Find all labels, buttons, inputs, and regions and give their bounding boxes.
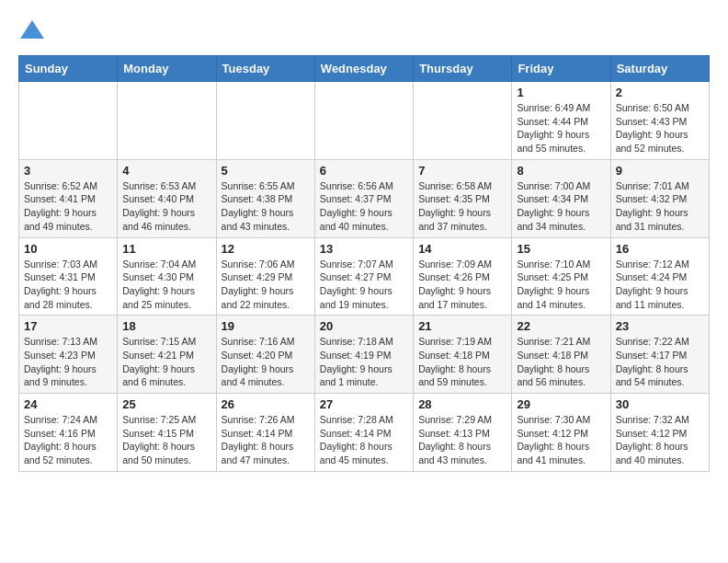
calendar-cell: 29Sunrise: 7:30 AM Sunset: 4:12 PM Dayli… — [512, 394, 610, 472]
weekday-header-tuesday: Tuesday — [216, 56, 314, 82]
day-info: Sunrise: 7:10 AM Sunset: 4:25 PM Dayligh… — [517, 258, 605, 312]
calendar-cell — [414, 82, 512, 160]
day-number: 5 — [222, 164, 310, 178]
day-info: Sunrise: 6:55 AM Sunset: 4:38 PM Dayligh… — [222, 179, 310, 234]
day-number: 16 — [616, 242, 704, 256]
calendar-cell: 10Sunrise: 7:03 AM Sunset: 4:31 PM Dayli… — [19, 237, 118, 316]
day-number: 11 — [122, 242, 210, 256]
day-number: 26 — [222, 397, 310, 411]
day-number: 30 — [616, 397, 704, 411]
calendar-cell: 26Sunrise: 7:26 AM Sunset: 4:14 PM Dayli… — [216, 394, 314, 472]
day-info: Sunrise: 7:24 AM Sunset: 4:16 PM Dayligh… — [24, 413, 112, 467]
day-info: Sunrise: 6:50 AM Sunset: 4:43 PM Dayligh… — [616, 101, 704, 155]
day-info: Sunrise: 7:18 AM Sunset: 4:19 PM Dayligh… — [320, 335, 408, 389]
calendar-cell: 25Sunrise: 7:25 AM Sunset: 4:15 PM Dayli… — [118, 394, 216, 472]
calendar-cell: 13Sunrise: 7:07 AM Sunset: 4:27 PM Dayli… — [314, 237, 413, 316]
calendar-week-3: 10Sunrise: 7:03 AM Sunset: 4:31 PM Dayli… — [19, 237, 710, 316]
calendar-cell: 3Sunrise: 6:52 AM Sunset: 4:41 PM Daylig… — [19, 159, 118, 237]
day-number: 1 — [517, 86, 605, 99]
day-number: 14 — [418, 242, 506, 256]
weekday-header-friday: Friday — [512, 56, 610, 82]
calendar-cell: 21Sunrise: 7:19 AM Sunset: 4:18 PM Dayli… — [414, 316, 512, 394]
calendar-cell: 17Sunrise: 7:13 AM Sunset: 4:23 PM Dayli… — [19, 316, 118, 394]
day-info: Sunrise: 7:06 AM Sunset: 4:29 PM Dayligh… — [222, 258, 310, 312]
day-number: 7 — [418, 164, 506, 178]
day-info: Sunrise: 6:49 AM Sunset: 4:44 PM Dayligh… — [517, 101, 605, 155]
calendar-cell: 18Sunrise: 7:15 AM Sunset: 4:21 PM Dayli… — [118, 316, 216, 394]
weekday-header-monday: Monday — [118, 56, 216, 82]
day-info: Sunrise: 6:53 AM Sunset: 4:40 PM Dayligh… — [122, 179, 210, 234]
day-info: Sunrise: 7:32 AM Sunset: 4:12 PM Dayligh… — [616, 413, 704, 467]
calendar-cell: 12Sunrise: 7:06 AM Sunset: 4:29 PM Dayli… — [216, 237, 314, 316]
calendar-cell: 8Sunrise: 7:00 AM Sunset: 4:34 PM Daylig… — [512, 159, 610, 237]
day-info: Sunrise: 7:09 AM Sunset: 4:26 PM Dayligh… — [418, 258, 506, 312]
day-info: Sunrise: 7:12 AM Sunset: 4:24 PM Dayligh… — [616, 258, 704, 312]
day-info: Sunrise: 7:16 AM Sunset: 4:20 PM Dayligh… — [222, 335, 310, 389]
day-number: 4 — [122, 164, 210, 178]
calendar-week-5: 24Sunrise: 7:24 AM Sunset: 4:16 PM Dayli… — [19, 394, 710, 472]
day-info: Sunrise: 7:25 AM Sunset: 4:15 PM Dayligh… — [122, 413, 210, 467]
day-info: Sunrise: 7:29 AM Sunset: 4:13 PM Dayligh… — [418, 413, 506, 467]
day-number: 28 — [418, 397, 506, 411]
day-number: 19 — [222, 319, 310, 333]
calendar-cell — [314, 82, 413, 160]
day-number: 15 — [517, 242, 605, 256]
calendar-cell: 7Sunrise: 6:58 AM Sunset: 4:35 PM Daylig… — [414, 159, 512, 237]
day-info: Sunrise: 7:26 AM Sunset: 4:14 PM Dayligh… — [222, 413, 310, 467]
day-number: 27 — [320, 397, 408, 411]
day-number: 2 — [616, 86, 704, 99]
day-info: Sunrise: 7:22 AM Sunset: 4:17 PM Dayligh… — [616, 335, 704, 389]
calendar-cell: 20Sunrise: 7:18 AM Sunset: 4:19 PM Dayli… — [314, 316, 413, 394]
day-info: Sunrise: 7:15 AM Sunset: 4:21 PM Dayligh… — [122, 335, 210, 389]
calendar-week-4: 17Sunrise: 7:13 AM Sunset: 4:23 PM Dayli… — [19, 316, 710, 394]
header — [18, 18, 710, 46]
day-info: Sunrise: 7:07 AM Sunset: 4:27 PM Dayligh… — [320, 258, 408, 312]
svg-rect-1 — [29, 31, 35, 39]
calendar-cell — [216, 82, 314, 160]
calendar-cell: 1Sunrise: 6:49 AM Sunset: 4:44 PM Daylig… — [512, 82, 610, 160]
day-number: 12 — [222, 242, 310, 256]
calendar-cell: 24Sunrise: 7:24 AM Sunset: 4:16 PM Dayli… — [19, 394, 118, 472]
day-number: 23 — [616, 319, 704, 333]
day-info: Sunrise: 7:30 AM Sunset: 4:12 PM Dayligh… — [517, 413, 605, 467]
logo — [18, 18, 50, 46]
day-info: Sunrise: 7:04 AM Sunset: 4:30 PM Dayligh… — [122, 258, 210, 312]
weekday-header-sunday: Sunday — [19, 56, 118, 82]
calendar-week-1: 1Sunrise: 6:49 AM Sunset: 4:44 PM Daylig… — [19, 82, 710, 160]
calendar-cell: 6Sunrise: 6:56 AM Sunset: 4:37 PM Daylig… — [314, 159, 413, 237]
day-number: 13 — [320, 242, 408, 256]
calendar-cell: 15Sunrise: 7:10 AM Sunset: 4:25 PM Dayli… — [512, 237, 610, 316]
calendar-cell: 30Sunrise: 7:32 AM Sunset: 4:12 PM Dayli… — [610, 394, 709, 472]
calendar-cell: 11Sunrise: 7:04 AM Sunset: 4:30 PM Dayli… — [118, 237, 216, 316]
day-number: 8 — [517, 164, 605, 178]
logo-icon — [18, 18, 46, 46]
day-info: Sunrise: 7:01 AM Sunset: 4:32 PM Dayligh… — [616, 179, 704, 234]
day-info: Sunrise: 7:28 AM Sunset: 4:14 PM Dayligh… — [320, 413, 408, 467]
day-info: Sunrise: 7:21 AM Sunset: 4:18 PM Dayligh… — [517, 335, 605, 389]
calendar-cell: 19Sunrise: 7:16 AM Sunset: 4:20 PM Dayli… — [216, 316, 314, 394]
day-number: 10 — [24, 242, 112, 256]
day-number: 3 — [24, 164, 112, 178]
weekday-header-saturday: Saturday — [610, 56, 709, 82]
calendar-cell: 14Sunrise: 7:09 AM Sunset: 4:26 PM Dayli… — [414, 237, 512, 316]
day-number: 21 — [418, 319, 506, 333]
day-info: Sunrise: 7:00 AM Sunset: 4:34 PM Dayligh… — [517, 179, 605, 234]
weekday-header-wednesday: Wednesday — [314, 56, 413, 82]
calendar-cell: 2Sunrise: 6:50 AM Sunset: 4:43 PM Daylig… — [610, 82, 709, 160]
day-number: 17 — [24, 319, 112, 333]
day-info: Sunrise: 7:13 AM Sunset: 4:23 PM Dayligh… — [24, 335, 112, 389]
day-number: 25 — [122, 397, 210, 411]
calendar-cell — [118, 82, 216, 160]
calendar-cell: 27Sunrise: 7:28 AM Sunset: 4:14 PM Dayli… — [314, 394, 413, 472]
day-number: 20 — [320, 319, 408, 333]
calendar-week-2: 3Sunrise: 6:52 AM Sunset: 4:41 PM Daylig… — [19, 159, 710, 237]
day-number: 24 — [24, 397, 112, 411]
day-number: 22 — [517, 319, 605, 333]
calendar-cell: 16Sunrise: 7:12 AM Sunset: 4:24 PM Dayli… — [610, 237, 709, 316]
weekday-header-thursday: Thursday — [414, 56, 512, 82]
weekday-header-row: SundayMondayTuesdayWednesdayThursdayFrid… — [19, 56, 710, 82]
day-info: Sunrise: 6:56 AM Sunset: 4:37 PM Dayligh… — [320, 179, 408, 234]
calendar-cell — [19, 82, 118, 160]
day-info: Sunrise: 6:52 AM Sunset: 4:41 PM Dayligh… — [24, 179, 112, 234]
day-number: 9 — [616, 164, 704, 178]
